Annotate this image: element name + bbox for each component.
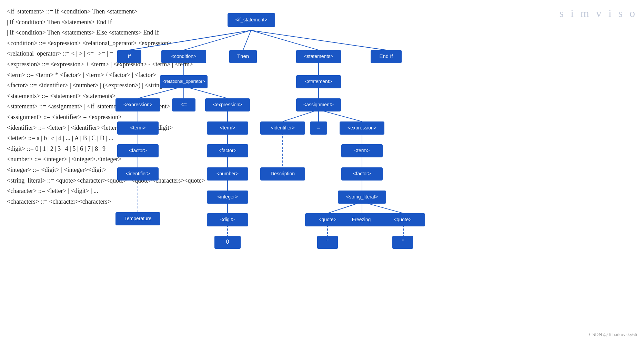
svg-line-23 — [319, 110, 362, 121]
node-condition: <condition> — [161, 50, 206, 63]
svg-text:Description: Description — [271, 171, 295, 176]
svg-text:<term>: <term> — [220, 125, 235, 130]
node-expression3: <expression> — [340, 121, 384, 135]
svg-text:=: = — [317, 125, 320, 130]
svg-text:Temperature: Temperature — [124, 216, 152, 221]
svg-text:<identifier>: <identifier> — [126, 171, 150, 176]
node-temperature: Temperature — [115, 212, 160, 225]
node-factor3: <factor> — [341, 167, 383, 181]
svg-text:<integer>: <integer> — [217, 194, 238, 199]
svg-text:<term>: <term> — [354, 148, 370, 153]
node-assignment: <assignment> — [296, 98, 341, 111]
node-quote2: <quote> — [380, 213, 425, 226]
svg-text:<assignment>: <assignment> — [303, 102, 334, 107]
svg-text:<expression>: <expression> — [123, 102, 152, 107]
node-if: If — [117, 50, 141, 63]
node-zero: 0 — [214, 236, 241, 249]
svg-text:<expression>: <expression> — [348, 125, 376, 130]
svg-text:<relational_operator>: <relational_operator> — [162, 79, 205, 84]
svg-text:<quote>: <quote> — [394, 217, 411, 222]
svg-line-0 — [129, 30, 251, 50]
node-end-if: End If — [371, 50, 402, 63]
node-number: <number> — [207, 167, 248, 181]
node-freezing: Freezing — [339, 213, 384, 226]
svg-text:": " — [402, 239, 404, 245]
node-term3: <term> — [341, 144, 383, 157]
svg-text:": " — [326, 239, 329, 245]
svg-text:End If: End If — [379, 53, 393, 59]
svg-line-3 — [251, 30, 319, 50]
node-if-statement: <if_statement> — [228, 13, 275, 27]
svg-line-1 — [184, 30, 251, 50]
svg-text:<string_literal>: <string_literal> — [346, 194, 378, 199]
node-leq: <= — [172, 98, 195, 111]
svg-text:<factor>: <factor> — [129, 148, 147, 153]
svg-text:<expression>: <expression> — [213, 102, 242, 107]
node-integer: <integer> — [207, 191, 248, 204]
svg-text:<if_statement>: <if_statement> — [235, 17, 268, 22]
node-eq: = — [310, 121, 327, 135]
svg-text:<statement>: <statement> — [305, 79, 332, 84]
node-identifier: <identifier> — [260, 121, 305, 135]
node-then: Then — [229, 50, 257, 63]
svg-text:<identifier>: <identifier> — [271, 125, 294, 130]
node-factor1: <factor> — [117, 144, 159, 157]
node-identifier2: <identifier> — [117, 167, 159, 181]
svg-text:<=: <= — [181, 101, 187, 107]
parse-tree: .node rect { fill: #1a56c4; stroke: #1a5… — [0, 0, 644, 341]
svg-text:Freezing: Freezing — [352, 217, 371, 222]
svg-text:0: 0 — [226, 239, 229, 245]
svg-text:<factor>: <factor> — [353, 171, 371, 176]
node-statements: <statements> — [296, 50, 341, 63]
svg-text:<condition>: <condition> — [171, 53, 196, 59]
node-term1: <term> — [117, 121, 159, 135]
node-expression2: <expression> — [205, 98, 250, 111]
node-term2: <term> — [207, 121, 248, 135]
svg-line-21 — [283, 110, 319, 121]
svg-text:<factor>: <factor> — [219, 148, 236, 153]
node-digit: <digit> — [207, 213, 248, 226]
node-relational-operator: <relational_operator> — [160, 75, 208, 88]
node-factor2: <factor> — [207, 144, 248, 157]
svg-text:<digit>: <digit> — [220, 217, 235, 222]
svg-text:<number>: <number> — [217, 171, 239, 176]
node-expression1: <expression> — [115, 98, 160, 111]
node-statement: <statement> — [296, 75, 341, 88]
node-dquote1: " — [317, 236, 338, 249]
svg-text:Then: Then — [237, 53, 249, 59]
svg-line-4 — [251, 30, 386, 50]
svg-text:<quote>: <quote> — [319, 217, 336, 222]
svg-text:If: If — [128, 53, 131, 59]
svg-line-2 — [243, 30, 251, 50]
node-string-literal: <string_literal> — [338, 191, 386, 204]
node-description: Description — [260, 167, 305, 181]
svg-text:<term>: <term> — [130, 125, 145, 130]
svg-text:<statements>: <statements> — [304, 53, 333, 59]
node-dquote2: " — [392, 236, 413, 249]
